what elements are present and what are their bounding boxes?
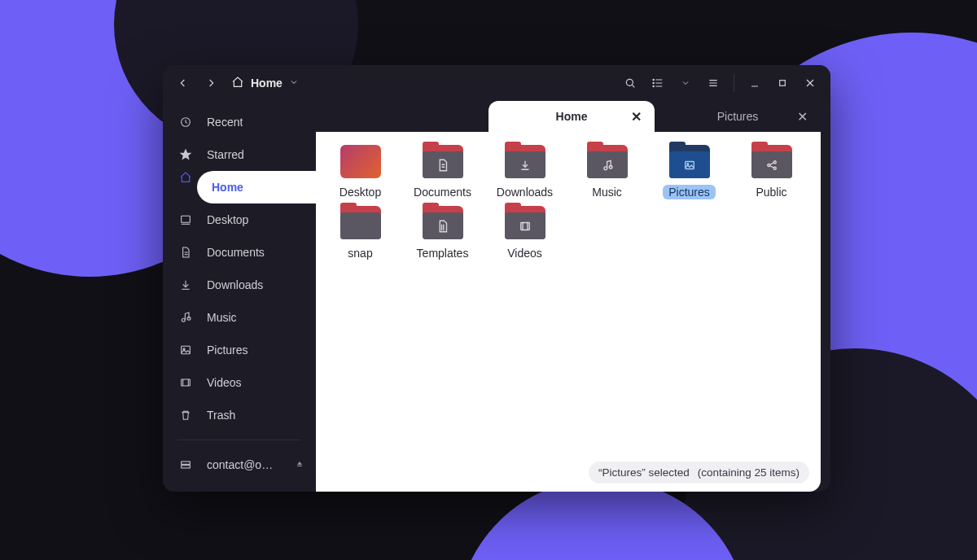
music-icon: [179, 311, 192, 324]
svg-point-43: [773, 160, 776, 163]
sidebar: Recent Starred Home Desktop: [163, 101, 316, 492]
svg-marker-32: [297, 462, 302, 465]
tab-close-button[interactable]: ✕: [793, 107, 811, 125]
svg-point-6: [653, 82, 654, 83]
breadcrumb-label: Home: [251, 77, 283, 90]
file-item[interactable]: Templates: [401, 201, 484, 262]
svg-rect-31: [182, 466, 191, 468]
svg-line-45: [769, 163, 773, 164]
tab-label: Home: [556, 110, 588, 123]
folder-icon: [423, 145, 463, 178]
eject-icon[interactable]: [295, 458, 304, 471]
view-list-button[interactable]: [646, 71, 670, 95]
separator: [177, 440, 301, 440]
view-options-button[interactable]: [673, 71, 698, 95]
svg-point-42: [767, 164, 769, 166]
status-bar: “Pictures” selected (containing 25 items…: [589, 462, 809, 483]
svg-point-0: [626, 79, 633, 85]
file-view[interactable]: DesktopDocumentsDownloadsMusicPicturesPu…: [316, 132, 821, 492]
file-item[interactable]: snap: [319, 201, 401, 262]
tab-pictures[interactable]: Pictures ✕: [655, 101, 821, 132]
document-icon: [179, 246, 192, 259]
separator: [734, 74, 734, 92]
hamburger-menu-button[interactable]: [701, 71, 725, 95]
window-minimize-button[interactable]: [743, 71, 767, 95]
file-name: Templates: [411, 246, 475, 260]
search-button[interactable]: [618, 71, 642, 95]
file-name: snap: [342, 246, 378, 260]
svg-marker-16: [181, 150, 191, 159]
sidebar-item-label: Music: [207, 311, 237, 324]
status-detail: (containing 25 items): [698, 466, 800, 479]
tab-home[interactable]: Home ✕: [488, 101, 655, 132]
sidebar-item-label: Recent: [207, 116, 243, 129]
svg-rect-25: [182, 346, 191, 353]
chevron-down-icon: [289, 77, 299, 90]
sidebar-item-home[interactable]: Home: [197, 171, 316, 203]
file-name: Desktop: [334, 185, 387, 199]
sidebar-item-recent[interactable]: Recent: [163, 106, 316, 138]
svg-rect-33: [297, 466, 302, 466]
video-icon: [179, 376, 192, 389]
sidebar-item-label: Desktop: [207, 213, 248, 226]
sidebar-item-label: Documents: [207, 246, 265, 259]
file-name: Pictures: [663, 185, 716, 199]
svg-rect-12: [780, 81, 786, 86]
folder-icon: [340, 206, 381, 239]
svg-rect-30: [182, 462, 191, 464]
sidebar-item-label: Pictures: [207, 343, 248, 357]
download-icon: [179, 278, 192, 291]
svg-line-46: [769, 165, 773, 167]
file-item[interactable]: Public: [730, 140, 813, 201]
window-maximize-button[interactable]: [770, 71, 795, 95]
titlebar: Home: [163, 65, 830, 101]
sidebar-item-desktop[interactable]: Desktop: [163, 203, 316, 236]
file-item[interactable]: Music: [566, 140, 648, 201]
window-close-button[interactable]: [798, 71, 822, 95]
folder-icon: [669, 145, 710, 178]
file-name: Videos: [502, 246, 548, 260]
file-item[interactable]: Pictures: [648, 140, 730, 201]
svg-point-7: [653, 85, 654, 86]
folder-icon: [751, 145, 792, 178]
breadcrumb[interactable]: Home: [226, 71, 307, 95]
folder-icon: [505, 206, 545, 239]
svg-point-44: [773, 167, 776, 169]
trash-icon: [179, 409, 192, 422]
nav-back-button[interactable]: [171, 71, 195, 95]
file-name: Music: [586, 185, 628, 199]
sidebar-item-label: Downloads: [207, 278, 263, 291]
nav-forward-button[interactable]: [199, 71, 223, 95]
sidebar-item-label: Home: [212, 181, 243, 194]
clock-icon: [179, 116, 192, 129]
file-item[interactable]: Downloads: [484, 140, 566, 201]
sidebar-item-pictures[interactable]: Pictures: [163, 334, 316, 366]
sidebar-item-music[interactable]: Music: [163, 301, 316, 334]
tab-close-button[interactable]: ✕: [627, 107, 645, 125]
file-name: Downloads: [491, 185, 559, 199]
sidebar-item-documents[interactable]: Documents: [163, 236, 316, 269]
sidebar-item-label: Trash: [207, 409, 235, 422]
home-icon: [231, 76, 244, 91]
drive-icon: [179, 458, 192, 471]
svg-rect-17: [182, 216, 191, 222]
status-selected: “Pictures” selected: [598, 466, 690, 479]
sidebar-item-trash[interactable]: Trash: [163, 399, 316, 431]
sidebar-item-mount[interactable]: contact@o…: [163, 448, 316, 481]
desktop-tile-icon: [340, 145, 381, 178]
desktop-icon: [179, 213, 192, 226]
sidebar-item-videos[interactable]: Videos: [163, 366, 316, 399]
tab-label: Pictures: [717, 110, 759, 123]
file-name: Public: [750, 185, 792, 199]
sidebar-item-starred[interactable]: Starred: [163, 138, 316, 171]
svg-point-5: [653, 79, 654, 80]
sidebar-item-label: contact@o…: [207, 458, 273, 471]
sidebar-item-label: Videos: [207, 376, 242, 389]
file-item[interactable]: Videos: [484, 201, 566, 262]
sidebar-item-downloads[interactable]: Downloads: [163, 269, 316, 301]
folder-icon: [423, 206, 463, 239]
file-manager-window: Home: [163, 65, 830, 492]
file-item[interactable]: Desktop: [319, 140, 401, 201]
sidebar-item-label: Starred: [207, 148, 244, 161]
file-item[interactable]: Documents: [401, 140, 484, 201]
